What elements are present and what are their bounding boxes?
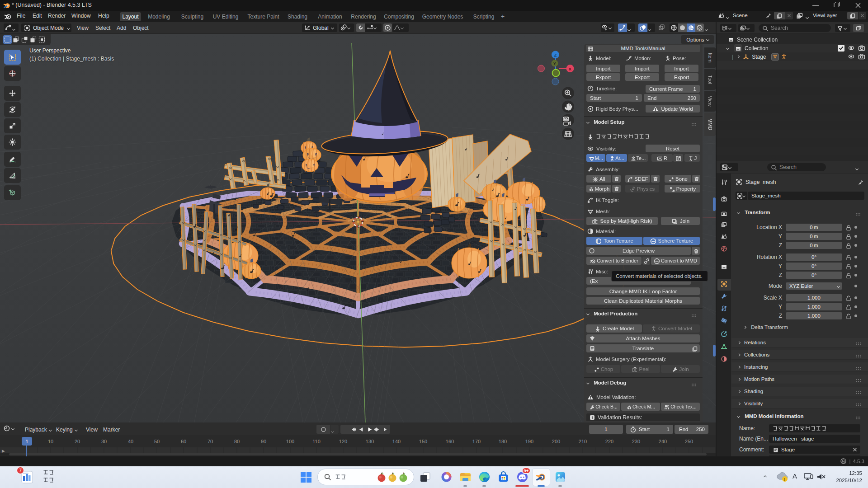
svg-text:250: 250: [685, 439, 693, 444]
svg-text:100: 100: [286, 439, 294, 444]
svg-text:160: 160: [446, 439, 454, 444]
svg-text:20: 20: [75, 439, 80, 444]
svg-text:110: 110: [312, 439, 321, 444]
svg-text:60: 60: [181, 439, 186, 444]
svg-text:130: 130: [366, 439, 374, 444]
svg-text:180: 180: [499, 439, 507, 444]
svg-text:230: 230: [632, 439, 640, 444]
svg-text:210: 210: [579, 439, 587, 444]
svg-text:X: X: [569, 66, 572, 71]
svg-text:80: 80: [234, 439, 240, 444]
svg-text:40: 40: [128, 439, 133, 444]
svg-text:!: !: [784, 477, 786, 482]
svg-text:50: 50: [154, 439, 160, 444]
svg-text:30: 30: [101, 439, 107, 444]
svg-text:90: 90: [261, 439, 266, 444]
svg-text:Y: Y: [553, 61, 556, 66]
svg-text:240: 240: [659, 439, 667, 444]
svg-text:170: 170: [472, 439, 481, 444]
svg-text:120: 120: [339, 439, 347, 444]
svg-text:200: 200: [552, 439, 560, 444]
svg-text:Z: Z: [554, 52, 557, 57]
svg-text:140: 140: [392, 439, 401, 444]
svg-text:150: 150: [419, 439, 427, 444]
svg-text:70: 70: [208, 439, 213, 444]
svg-text:190: 190: [525, 439, 533, 444]
svg-text:10: 10: [48, 439, 53, 444]
svg-text:220: 220: [605, 439, 613, 444]
